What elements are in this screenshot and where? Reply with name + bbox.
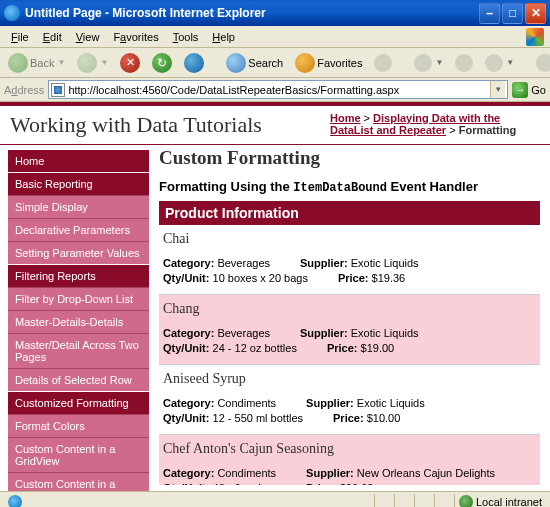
page-content: Working with Data Tutorials Home > Displ… (0, 102, 550, 491)
value-category: Beverages (217, 257, 270, 269)
label-category: Category: (163, 467, 214, 479)
label-supplier: Supplier: (300, 257, 348, 269)
windows-logo-icon (526, 28, 544, 46)
forward-arrow-icon (77, 53, 97, 73)
menu-favorites[interactable]: Favorites (106, 29, 165, 45)
label-price: Price: (338, 272, 369, 284)
nav-item-format-colors[interactable]: Format Colors (8, 414, 149, 437)
edit-button[interactable]: ▼ (481, 52, 518, 74)
ie-status-icon (8, 495, 22, 508)
status-pane (415, 494, 435, 508)
label-qty: Qty/Unit: (163, 342, 209, 354)
menu-bar: File Edit View Favorites Tools Help (0, 26, 550, 48)
toolbar: Back▼ ▼ ✕ ↻ Search Favorites ▼ ▼ (0, 48, 550, 78)
label-qty: Qty/Unit: (163, 412, 209, 424)
breadcrumb: Home > Displaying Data with the DataList… (330, 112, 540, 138)
nav-home[interactable]: Home (8, 150, 149, 172)
value-category: Condiments (217, 397, 276, 409)
status-pane (375, 494, 395, 508)
favorites-button[interactable]: Favorites (291, 51, 366, 75)
breadcrumb-home-link[interactable]: Home (330, 112, 361, 124)
print-icon (455, 54, 473, 72)
value-supplier: Exotic Liquids (357, 397, 425, 409)
product-item: Chef Anton's Cajun SeasoningCategory: Co… (159, 435, 540, 485)
discuss-icon (536, 54, 550, 72)
product-name: Aniseed Syrup (163, 371, 536, 387)
stop-icon: ✕ (120, 53, 140, 73)
nav-item-custom-content-detailsview[interactable]: Custom Content in a DetailsView (8, 472, 149, 491)
status-pane (435, 494, 455, 508)
chevron-down-icon: ▼ (434, 58, 443, 67)
nav-item-master-details[interactable]: Master-Details-Details (8, 310, 149, 333)
nav-item-custom-content-gridview[interactable]: Custom Content in a GridView (8, 437, 149, 472)
nav-item-simple-display[interactable]: Simple Display (8, 195, 149, 218)
nav-item-setting-parameter-values[interactable]: Setting Parameter Values (8, 241, 149, 264)
nav-item-filter-dropdown[interactable]: Filter by Drop-Down List (8, 287, 149, 310)
search-button[interactable]: Search (222, 51, 287, 75)
label-category: Category: (163, 397, 214, 409)
value-qty: 10 boxes x 20 bags (213, 272, 308, 284)
label-category: Category: (163, 257, 214, 269)
product-name: Chef Anton's Cajun Seasoning (163, 441, 536, 457)
menu-help[interactable]: Help (205, 29, 242, 45)
nav-group-customized-formatting[interactable]: Customized Formatting (8, 392, 149, 414)
label-supplier: Supplier: (306, 467, 354, 479)
menu-tools[interactable]: Tools (166, 29, 206, 45)
value-category: Beverages (217, 327, 270, 339)
print-button[interactable] (451, 52, 477, 74)
go-button[interactable]: → Go (512, 82, 546, 98)
stop-button[interactable]: ✕ (116, 51, 144, 75)
breadcrumb-current: Formatting (459, 124, 516, 136)
product-item: ChaiCategory: BeveragesSupplier: Exotic … (159, 225, 540, 295)
mail-button[interactable]: ▼ (410, 52, 447, 74)
page-title: Working with Data Tutorials (10, 112, 330, 138)
forward-button[interactable]: ▼ (73, 51, 112, 75)
value-price: $19.00 (361, 342, 395, 354)
address-label: Address (4, 84, 44, 96)
nav-item-declarative-parameters[interactable]: Declarative Parameters (8, 218, 149, 241)
nav-group-filtering-reports[interactable]: Filtering Reports (8, 265, 149, 287)
nav-group-basic-reporting[interactable]: Basic Reporting (8, 173, 149, 195)
status-bar: Local intranet (0, 491, 550, 507)
address-field[interactable]: ▼ (48, 80, 508, 99)
mail-icon (414, 54, 432, 72)
value-price: $26.62 (340, 482, 374, 485)
label-qty: Qty/Unit: (163, 272, 209, 284)
refresh-button[interactable]: ↻ (148, 51, 176, 75)
value-supplier: New Orleans Cajun Delights (357, 467, 495, 479)
address-dropdown[interactable]: ▼ (490, 81, 505, 98)
address-input[interactable] (68, 84, 490, 96)
sidebar-nav: Home Basic Reporting Simple Display Decl… (0, 145, 153, 485)
label-price: Price: (333, 412, 364, 424)
value-qty: 48 - 6 oz jars (213, 482, 277, 485)
value-qty: 24 - 12 oz bottles (213, 342, 297, 354)
menu-file[interactable]: File (4, 29, 36, 45)
close-button[interactable]: ✕ (525, 3, 546, 24)
history-icon (374, 54, 392, 72)
window-title: Untitled Page - Microsoft Internet Explo… (25, 6, 477, 20)
status-pane (395, 494, 415, 508)
home-icon (184, 53, 204, 73)
home-button[interactable] (180, 51, 208, 75)
history-button[interactable] (370, 52, 396, 74)
discuss-button[interactable] (532, 52, 550, 74)
chevron-down-icon: ▼ (505, 58, 514, 67)
product-item: ChangCategory: BeveragesSupplier: Exotic… (159, 295, 540, 365)
product-item: Aniseed SyrupCategory: CondimentsSupplie… (159, 365, 540, 435)
back-button[interactable]: Back▼ (4, 51, 69, 75)
maximize-button[interactable]: □ (502, 3, 523, 24)
minimize-button[interactable]: – (479, 3, 500, 24)
menu-edit[interactable]: Edit (36, 29, 69, 45)
back-arrow-icon (8, 53, 28, 73)
value-category: Condiments (217, 467, 276, 479)
window-titlebar: Untitled Page - Microsoft Internet Explo… (0, 0, 550, 26)
main-content: Custom Formatting Formatting Using the I… (153, 145, 550, 485)
nav-item-details-selected-row[interactable]: Details of Selected Row (8, 368, 149, 391)
menu-view[interactable]: View (69, 29, 107, 45)
value-qty: 12 - 550 ml bottles (213, 412, 304, 424)
content-subheading: Formatting Using the ItemDataBound Event… (159, 179, 540, 195)
value-supplier: Exotic Liquids (351, 327, 419, 339)
nav-item-master-detail-two-pages[interactable]: Master/Detail Across Two Pages (8, 333, 149, 368)
ie-icon (4, 5, 20, 21)
product-name: Chang (163, 301, 536, 317)
